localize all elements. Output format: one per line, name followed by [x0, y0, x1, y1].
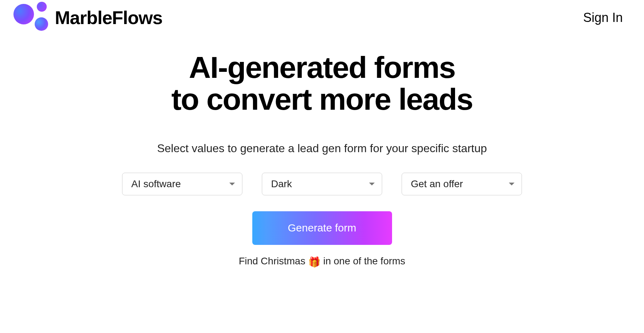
- theme-select-value: Dark: [271, 178, 292, 190]
- footnote: Find Christmas 🎁 in one of the forms: [0, 256, 644, 268]
- hero-title: AI-generated forms to convert more leads: [0, 51, 644, 115]
- hero-title-line2: to convert more leads: [171, 82, 473, 116]
- generate-wrap: Generate form: [0, 211, 644, 245]
- hero: AI-generated forms to convert more leads…: [0, 35, 644, 268]
- brand-name: MarbleFlows: [55, 7, 162, 28]
- signin-link[interactable]: Sign In: [576, 7, 630, 29]
- gift-icon: 🎁: [308, 256, 321, 268]
- logo-icon: [7, 2, 46, 34]
- hero-subtitle: Select values to generate a lead gen for…: [0, 142, 644, 155]
- cta-select[interactable]: Get an offer: [402, 173, 522, 195]
- hero-title-line1: AI-generated forms: [189, 50, 455, 84]
- category-select[interactable]: AI software: [122, 173, 242, 195]
- category-select-value: AI software: [131, 178, 181, 190]
- cta-select-value: Get an offer: [411, 178, 463, 190]
- theme-select[interactable]: Dark: [262, 173, 382, 195]
- header: MarbleFlows Sign In: [0, 0, 644, 35]
- footnote-prefix: Find Christmas: [239, 256, 308, 266]
- brand[interactable]: MarbleFlows: [7, 2, 162, 34]
- chevron-down-icon: [369, 183, 375, 185]
- footnote-suffix: in one of the forms: [321, 256, 406, 266]
- chevron-down-icon: [509, 183, 514, 185]
- controls-row: AI software Dark Get an offer: [0, 173, 644, 195]
- generate-button[interactable]: Generate form: [252, 211, 392, 245]
- chevron-down-icon: [229, 183, 235, 185]
